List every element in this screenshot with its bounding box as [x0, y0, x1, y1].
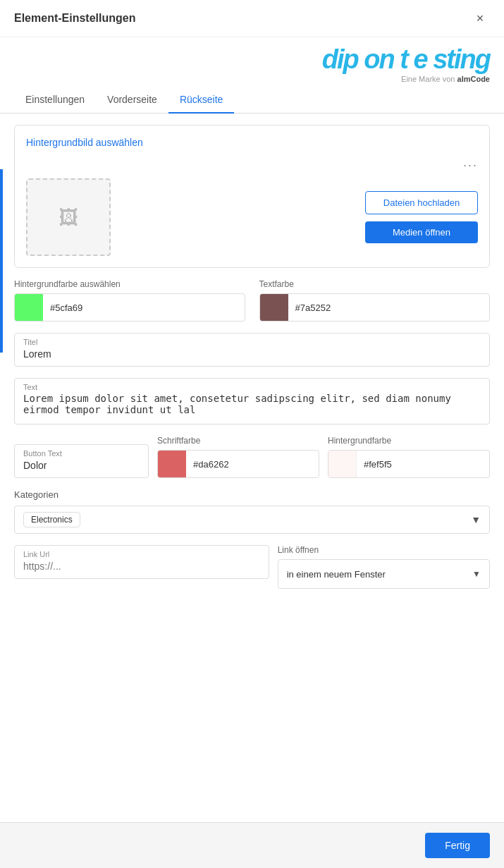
- kategorien-dropdown-arrow: ▼: [471, 514, 481, 525]
- link-url-input[interactable]: [23, 561, 260, 572]
- link-url-group: Link Url: [14, 545, 269, 589]
- modal-title: Element-Einstellungen: [14, 12, 135, 25]
- button-text-field-wrap: Button Text: [14, 444, 149, 478]
- color-row: Hintergrundfarbe auswählen Textfarbe: [14, 279, 490, 322]
- tab-vorderseite[interactable]: Vorderseite: [96, 87, 168, 114]
- button-text-row: Button Text Schriftfarbe Hintergrundfarb…: [14, 436, 490, 478]
- link-open-select-wrap: in einem neuem Fenster im gleichen Fenst…: [278, 559, 490, 589]
- hintergrundfarbe-swatch[interactable]: [15, 293, 43, 322]
- textfarbe-group: Textfarbe: [259, 279, 491, 322]
- button-text-group: Button Text: [14, 444, 149, 478]
- image-preview-box: 🖼: [26, 178, 111, 256]
- textfarbe-input-wrap: [259, 293, 491, 322]
- logo: dip on t e sting Eine Marke von almCode: [322, 44, 490, 83]
- tab-rueckseite[interactable]: Rückseite: [168, 87, 234, 114]
- modal-body: Hintergrundbild auswählen ··· 🖼 Dateien …: [0, 114, 504, 611]
- text-group: Text: [14, 378, 490, 424]
- hintergrundfarbe-label: Hintergrundfarbe auswählen: [14, 279, 245, 289]
- schriftfarbe-group: Schriftfarbe: [157, 436, 319, 478]
- link-url-label: Link Url: [23, 550, 260, 558]
- upload-files-button[interactable]: Dateien hochladen: [365, 191, 478, 214]
- text-label: Text: [23, 383, 481, 391]
- open-media-button[interactable]: Medien öffnen: [365, 221, 478, 243]
- footer-bar: Fertig: [0, 822, 504, 868]
- schriftfarbe-input-wrap: [157, 450, 319, 478]
- schriftfarbe-swatch[interactable]: [158, 450, 186, 478]
- modal-header: Element-Einstellungen ×: [0, 0, 504, 37]
- kategorien-section: Kategorien Electronics ▼: [14, 489, 490, 534]
- logo-text: dip on t e sting: [322, 44, 490, 75]
- background-image-title[interactable]: Hintergrundbild auswählen: [26, 137, 478, 148]
- image-upload-area: 🖼 Dateien hochladen Medien öffnen: [26, 178, 478, 256]
- button-hintergrundfarbe-label: Hintergrundfarbe: [328, 436, 490, 446]
- select-arrow-icon: ▼: [472, 569, 481, 579]
- three-dots-menu[interactable]: ···: [26, 158, 478, 173]
- tab-einstellungen[interactable]: Einstellungen: [14, 87, 96, 114]
- kategorien-dropdown-wrap[interactable]: Electronics ▼: [14, 506, 490, 534]
- button-hintergrundfarbe-input-wrap: [328, 450, 490, 478]
- button-text-label: Button Text: [23, 449, 140, 458]
- link-url-field-wrap: Link Url: [14, 545, 269, 579]
- kategorien-tag: Electronics: [23, 512, 80, 527]
- textfarbe-swatch[interactable]: [260, 293, 288, 322]
- link-open-group: Link öffnen in einem neuem Fenster im gl…: [278, 545, 490, 589]
- hintergrundfarbe-hex[interactable]: [43, 297, 245, 319]
- logo-sub: Eine Marke von almCode: [401, 75, 490, 83]
- hintergrundfarbe-input-wrap: [14, 293, 245, 322]
- close-button[interactable]: ×: [470, 8, 490, 28]
- fertig-button[interactable]: Fertig: [425, 833, 490, 858]
- titel-label: Titel: [23, 338, 481, 346]
- image-placeholder-icon: 🖼: [59, 206, 78, 229]
- titel-input[interactable]: [23, 348, 481, 360]
- link-open-label: Link öffnen: [278, 545, 490, 555]
- button-hintergrundfarbe-swatch[interactable]: [328, 450, 357, 478]
- link-open-select[interactable]: in einem neuem Fenster im gleichen Fenst…: [287, 569, 468, 580]
- kategorien-label: Kategorien: [14, 489, 490, 500]
- text-field-wrap: Text: [14, 378, 490, 424]
- left-accent: [0, 169, 3, 353]
- button-text-input[interactable]: [23, 460, 140, 471]
- titel-group: Titel: [14, 333, 490, 367]
- text-input[interactable]: [23, 393, 481, 415]
- schriftfarbe-label: Schriftfarbe: [157, 436, 319, 446]
- background-image-section: Hintergrundbild auswählen ··· 🖼 Dateien …: [14, 125, 490, 268]
- upload-buttons: Dateien hochladen Medien öffnen: [125, 191, 478, 243]
- textfarbe-label: Textfarbe: [259, 279, 491, 289]
- button-hintergrundfarbe-hex[interactable]: [357, 453, 489, 475]
- titel-field-wrap: Titel: [14, 333, 490, 367]
- tabs-bar: Einstellungen Vorderseite Rückseite: [0, 87, 504, 114]
- button-hintergrundfarbe-group: Hintergrundfarbe: [328, 436, 490, 478]
- link-row: Link Url Link öffnen in einem neuem Fens…: [14, 545, 490, 589]
- schriftfarbe-hex[interactable]: [186, 453, 319, 475]
- textfarbe-hex[interactable]: [288, 297, 490, 319]
- logo-area: dip on t e sting Eine Marke von almCode: [0, 37, 504, 87]
- hintergrundfarbe-group: Hintergrundfarbe auswählen: [14, 279, 245, 322]
